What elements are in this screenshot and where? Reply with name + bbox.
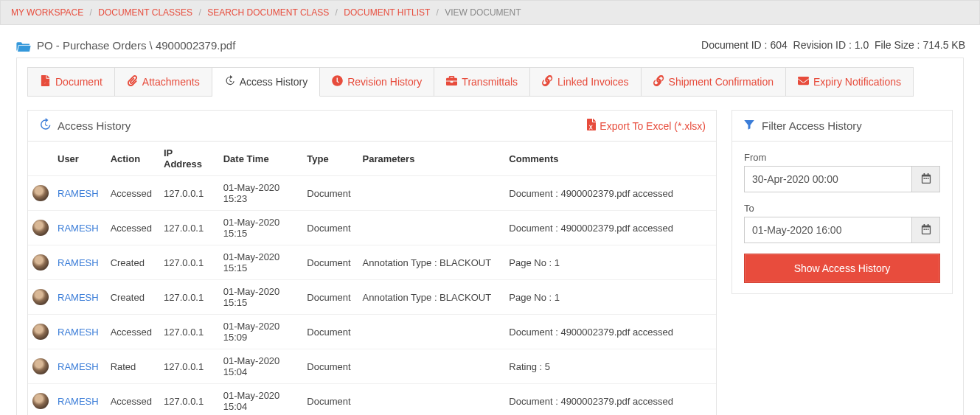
- datetime-cell: 01-May-2020 15:15: [218, 211, 302, 245]
- action-cell: Accessed: [105, 384, 158, 415]
- table-row: RAMESHAccessed127.0.0.101-May-2020 15:23…: [28, 176, 716, 211]
- filter-icon: [743, 118, 756, 133]
- show-access-history-button[interactable]: Show Access History: [744, 254, 940, 283]
- type-cell: Document: [301, 280, 356, 315]
- document-meta: Document ID : 604 Revision ID : 1.0 File…: [701, 39, 965, 51]
- clock-icon: [332, 75, 343, 88]
- tab-attachments[interactable]: Attachments: [115, 67, 212, 97]
- tab-label: Transmittals: [462, 76, 518, 88]
- comments-cell: Document : 4900002379.pdf accessed: [503, 176, 716, 211]
- ip-cell: 127.0.0.1: [158, 211, 218, 245]
- breadcrumb-link[interactable]: MY WORKSPACE: [11, 7, 83, 18]
- access-history-panel: Access History Export To Excel (*.xlsx) …: [27, 110, 717, 415]
- tab-label: Document: [55, 76, 102, 88]
- tab-label: Shipment Confirmation: [669, 76, 774, 88]
- title-bar: PO - Purchase Orders \ 4900002379.pdf Do…: [0, 25, 980, 57]
- user-link[interactable]: RAMESH: [58, 188, 99, 199]
- table-row: RAMESHAccessed127.0.0.101-May-2020 15:04…: [28, 384, 716, 415]
- params-cell: Annotation Type : BLACKOUT: [357, 245, 504, 280]
- user-link[interactable]: RAMESH: [58, 361, 99, 372]
- column-header: Date Time: [218, 142, 302, 176]
- calendar-icon: [921, 224, 931, 237]
- link-icon: [653, 75, 664, 88]
- user-link[interactable]: RAMESH: [58, 327, 99, 338]
- ip-cell: 127.0.0.1: [158, 280, 218, 315]
- breadcrumb-link[interactable]: DOCUMENT CLASSES: [98, 7, 192, 18]
- calendar-icon: [921, 173, 931, 186]
- column-header: User: [52, 142, 105, 176]
- datetime-cell: 01-May-2020 15:15: [218, 245, 302, 280]
- comments-cell: Rating : 5: [503, 349, 716, 384]
- tab-shipment-confirmation[interactable]: Shipment Confirmation: [642, 67, 786, 97]
- tab-label: Attachments: [142, 76, 200, 88]
- type-cell: Document: [301, 349, 356, 384]
- action-cell: Created: [105, 245, 158, 280]
- type-cell: Document: [301, 315, 356, 349]
- tab-linked-invoices[interactable]: Linked Invoices: [530, 67, 642, 97]
- breadcrumb-link[interactable]: DOCUMENT HITLIST: [344, 7, 430, 18]
- tab-label: Access History: [240, 76, 308, 88]
- panel-title: Access History: [58, 119, 131, 132]
- envelope-icon: [798, 75, 809, 88]
- paperclip-icon: [127, 75, 138, 88]
- comments-cell: Document : 4900002379.pdf accessed: [503, 315, 716, 349]
- avatar: [32, 220, 49, 236]
- history-icon: [38, 118, 52, 133]
- column-header: Parameters: [357, 142, 504, 176]
- tab-revision-history[interactable]: Revision History: [320, 67, 434, 97]
- tab-access-history[interactable]: Access History: [212, 67, 321, 97]
- params-cell: [357, 315, 504, 349]
- datetime-cell: 01-May-2020 15:04: [218, 349, 302, 384]
- datetime-cell: 01-May-2020 15:23: [218, 176, 302, 211]
- user-link[interactable]: RAMESH: [58, 396, 99, 407]
- params-cell: [357, 349, 504, 384]
- avatar: [32, 358, 49, 374]
- ip-cell: 127.0.0.1: [158, 245, 218, 280]
- breadcrumb-link[interactable]: SEARCH DOCUMENT CLASS: [207, 7, 329, 18]
- to-label: To: [744, 203, 940, 214]
- params-cell: Annotation Type : BLACKOUT: [357, 280, 504, 315]
- action-cell: Accessed: [105, 211, 158, 245]
- briefcase-icon: [446, 75, 457, 88]
- ip-cell: 127.0.0.1: [158, 176, 218, 211]
- filter-panel: Filter Access History From To: [731, 110, 953, 294]
- user-link[interactable]: RAMESH: [58, 257, 99, 268]
- from-date-picker-button[interactable]: [912, 166, 940, 192]
- tab-label: Expiry Notifications: [813, 76, 901, 88]
- avatar: [32, 393, 49, 409]
- link-icon: [542, 75, 553, 88]
- column-header: [28, 142, 52, 176]
- table-row: RAMESHCreated127.0.0.101-May-2020 15:15D…: [28, 245, 716, 280]
- to-date-input[interactable]: [744, 217, 912, 243]
- datetime-cell: 01-May-2020 15:15: [218, 280, 302, 315]
- action-cell: Created: [105, 280, 158, 315]
- datetime-cell: 01-May-2020 15:04: [218, 384, 302, 415]
- column-header: Action: [105, 142, 158, 176]
- to-date-picker-button[interactable]: [912, 217, 940, 243]
- column-header: IP Address: [158, 142, 218, 176]
- access-history-table: UserActionIP AddressDate TimeTypeParamet…: [28, 142, 716, 415]
- history-icon: [224, 75, 235, 88]
- comments-cell: Document : 4900002379.pdf accessed: [503, 384, 716, 415]
- table-row: RAMESHRated127.0.0.101-May-2020 15:04Doc…: [28, 349, 716, 384]
- user-link[interactable]: RAMESH: [58, 223, 99, 234]
- file-pdf-icon: [40, 75, 51, 88]
- tab-transmittals[interactable]: Transmittals: [434, 67, 530, 97]
- user-link[interactable]: RAMESH: [58, 292, 99, 303]
- datetime-cell: 01-May-2020 15:09: [218, 315, 302, 349]
- tab-expiry-notifications[interactable]: Expiry Notifications: [786, 67, 914, 97]
- from-date-input[interactable]: [744, 166, 912, 192]
- breadcrumb: MY WORKSPACE / DOCUMENT CLASSES / SEARCH…: [0, 0, 980, 25]
- ip-cell: 127.0.0.1: [158, 315, 218, 349]
- tab-document[interactable]: Document: [27, 67, 115, 97]
- table-row: RAMESHAccessed127.0.0.101-May-2020 15:09…: [28, 315, 716, 349]
- comments-cell: Document : 4900002379.pdf accessed: [503, 211, 716, 245]
- params-cell: [357, 211, 504, 245]
- action-cell: Accessed: [105, 315, 158, 349]
- from-label: From: [744, 152, 940, 163]
- action-cell: Accessed: [105, 176, 158, 211]
- avatar: [32, 254, 49, 271]
- column-header: Comments: [503, 142, 716, 176]
- table-row: RAMESHAccessed127.0.0.101-May-2020 15:15…: [28, 211, 716, 245]
- export-excel-link[interactable]: Export To Excel (*.xlsx): [586, 119, 706, 133]
